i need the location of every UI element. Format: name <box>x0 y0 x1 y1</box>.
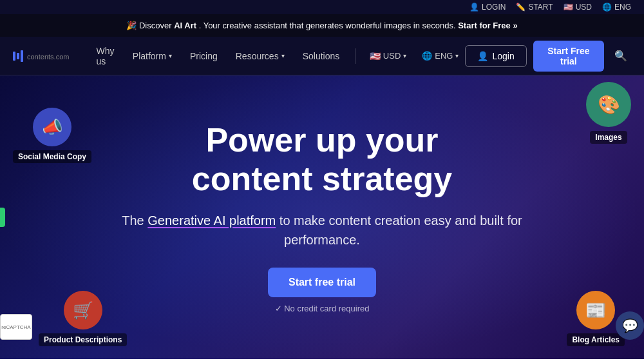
login-button[interactable]: 👤 Login <box>465 45 526 67</box>
nav-links: Why us Platform▾ Pricing Resources▾ Solu… <box>88 41 465 72</box>
currency-flag: 🇺🇸 <box>370 51 381 61</box>
product-descriptions-label: Product Descriptions <box>39 333 127 346</box>
currency-selector[interactable]: 🇺🇸 USD ▾ <box>363 47 413 65</box>
product-descriptions-badge[interactable]: 🛒 Product Descriptions <box>39 291 127 346</box>
user-icon: 👤 <box>469 3 479 12</box>
globe-nav-icon: 🌐 <box>422 51 432 61</box>
logo[interactable]: contents.com <box>13 49 69 63</box>
search-icon: 🔍 <box>614 50 627 61</box>
chat-bubble[interactable]: 💬 <box>616 311 644 340</box>
social-media-badge[interactable]: 📣 Social Media Copy <box>13 108 91 163</box>
images-icon: 🎨 <box>586 82 631 127</box>
generative-ai-link: Generative AI platform <box>147 213 276 228</box>
eng-utility-link[interactable]: 🌐 ENG <box>602 3 631 12</box>
logo-text: contents.com <box>27 49 69 63</box>
announcement-cta[interactable]: Start for Free » <box>458 21 517 30</box>
blog-articles-icon: 📰 <box>576 291 615 329</box>
usd-utility-link[interactable]: 🇺🇸 USD <box>564 3 592 12</box>
login-utility-link[interactable]: 👤 LOGIN <box>469 3 506 12</box>
no-credit-card-text: No credit card required <box>275 304 370 313</box>
social-media-label: Social Media Copy <box>13 150 91 163</box>
announcement-prefix: Discover <box>139 21 174 30</box>
language-selector[interactable]: 🌐 ENG ▾ <box>415 47 465 64</box>
login-icon: 👤 <box>477 51 488 61</box>
nav-right: 👤 Login Start Free trial 🔍 <box>465 41 631 72</box>
nav-divider <box>355 48 355 64</box>
blog-articles-label: Blog Articles <box>567 333 625 346</box>
chat-icon: 💬 <box>622 318 638 333</box>
globe-icon: 🌐 <box>602 3 612 12</box>
platform-chevron: ▾ <box>169 52 172 59</box>
announcement-bar: 🎉 Discover AI Art . Your creative assist… <box>0 14 644 37</box>
images-badge[interactable]: 🎨 Images <box>586 82 631 144</box>
nav-pricing[interactable]: Pricing <box>182 46 225 66</box>
announcement-middle: . Your creative assistant that generates… <box>199 21 459 30</box>
images-label: Images <box>590 131 627 144</box>
nav-why-us[interactable]: Why us <box>88 41 122 72</box>
hero-cta-button[interactable]: Start free trial <box>268 268 376 297</box>
navbar: contents.com Why us Platform▾ Pricing Re… <box>0 37 644 75</box>
nav-platform[interactable]: Platform▾ <box>125 46 180 66</box>
nav-solutions[interactable]: Solutions <box>295 46 348 66</box>
currency-chevron: ▾ <box>403 52 406 59</box>
start-utility-link[interactable]: ✏️ START <box>516 3 553 12</box>
product-descriptions-icon: 🛒 <box>64 291 102 329</box>
blog-articles-badge[interactable]: 📰 Blog Articles <box>567 291 625 346</box>
green-tab <box>0 208 5 227</box>
search-button[interactable]: 🔍 <box>611 46 631 66</box>
hero-title: Power up your content strategy <box>192 121 453 199</box>
recaptcha-badge: reCAPTCHA <box>0 314 32 340</box>
edit-icon: ✏️ <box>516 3 526 12</box>
announcement-highlight: AI Art <box>174 21 196 30</box>
hero-subtitle: The Generative AI platform to make conte… <box>113 211 531 250</box>
lang-chevron: ▾ <box>455 52 459 59</box>
start-trial-button[interactable]: Start Free trial <box>533 41 604 72</box>
announcement-emoji: 🎉 <box>126 21 137 30</box>
logo-icon <box>13 50 23 62</box>
resources-chevron: ▾ <box>281 52 285 59</box>
nav-resources[interactable]: Resources▾ <box>228 46 292 66</box>
social-media-icon: 📣 <box>33 108 71 146</box>
hero-section: reCAPTCHA 📣 Social Media Copy 🛒 Product … <box>0 75 644 359</box>
flag-usd-icon: 🇺🇸 <box>564 3 573 12</box>
utility-bar: 👤 LOGIN ✏️ START 🇺🇸 USD 🌐 ENG <box>0 0 644 14</box>
